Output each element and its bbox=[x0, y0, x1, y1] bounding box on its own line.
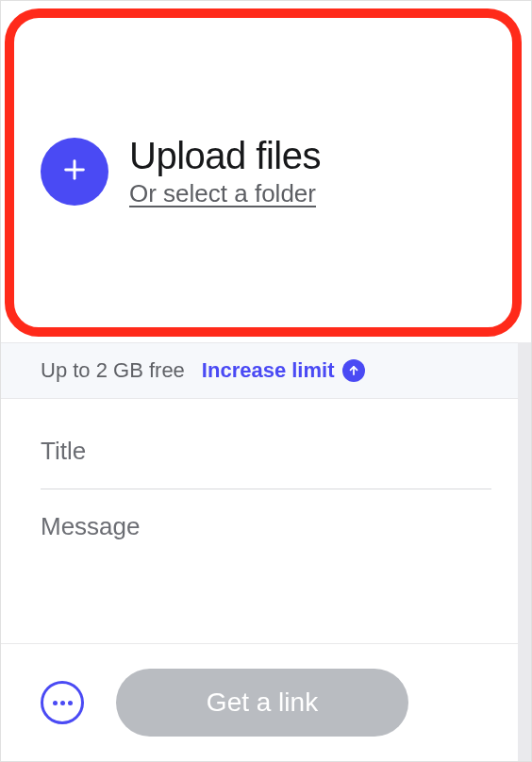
plus-icon bbox=[61, 157, 88, 187]
arrow-up-icon bbox=[342, 359, 365, 382]
upload-title: Upload files bbox=[129, 135, 321, 177]
limit-bar: Up to 2 GB free Increase limit bbox=[1, 342, 531, 399]
transfer-panel: Upload files Or select a folder Up to 2 … bbox=[0, 0, 532, 762]
increase-limit-link[interactable]: Increase limit bbox=[202, 358, 365, 383]
upload-content: Upload files Or select a folder bbox=[1, 135, 321, 208]
upload-text-block: Upload files Or select a folder bbox=[129, 135, 321, 208]
get-link-button[interactable]: Get a link bbox=[116, 669, 408, 737]
bottom-bar: Get a link bbox=[1, 643, 531, 761]
message-input[interactable] bbox=[41, 489, 491, 622]
more-dots-icon bbox=[53, 701, 73, 705]
fields-section bbox=[1, 399, 531, 643]
limit-text: Up to 2 GB free bbox=[41, 358, 185, 383]
add-files-button[interactable] bbox=[41, 138, 108, 206]
title-input[interactable] bbox=[41, 414, 491, 489]
select-folder-link[interactable]: Or select a folder bbox=[129, 179, 321, 208]
more-options-button[interactable] bbox=[41, 681, 84, 724]
scrollbar[interactable] bbox=[518, 342, 531, 761]
increase-limit-label: Increase limit bbox=[202, 358, 335, 383]
upload-dropzone[interactable]: Upload files Or select a folder bbox=[1, 1, 531, 342]
